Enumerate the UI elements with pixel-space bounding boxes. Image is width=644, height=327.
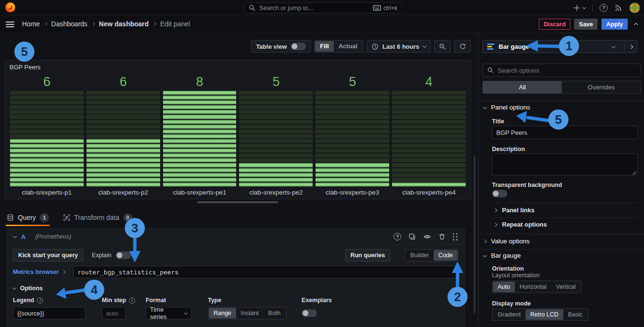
editor-mode-builder[interactable]: Builder xyxy=(405,250,434,261)
plus-icon xyxy=(573,4,580,11)
lcd-cell xyxy=(10,149,84,153)
zoom-out-button[interactable] xyxy=(434,40,451,53)
description-textarea[interactable] xyxy=(492,153,638,175)
table-view-toggle-box[interactable]: Table view xyxy=(251,40,311,53)
lcd-cell xyxy=(316,168,389,172)
options-header[interactable]: Options xyxy=(13,285,458,292)
panel-options-header[interactable]: Panel options xyxy=(483,104,530,111)
tab-all[interactable]: All xyxy=(483,81,562,93)
lcd-cell xyxy=(10,105,84,109)
orientation-vertical[interactable]: Vertical xyxy=(551,282,580,292)
top-nav: Search or jump to... ctrl+k ? xyxy=(0,0,644,15)
lcd-cell xyxy=(10,96,84,99)
view-mode-actual[interactable]: Actual xyxy=(334,41,362,52)
bar-gauge-clab-srexperts-pe4: 4clab-srexperts-pe4 xyxy=(392,75,466,197)
value-options-header[interactable]: Value options xyxy=(483,238,530,245)
save-button[interactable]: Save xyxy=(574,19,598,30)
lcd-cell xyxy=(392,183,466,186)
apply-button[interactable]: Apply xyxy=(601,19,628,30)
explain-label: Explain xyxy=(92,252,111,259)
resize-corner-icon[interactable] xyxy=(632,171,636,175)
lcd-cell xyxy=(392,144,466,148)
query-type-both[interactable]: Both xyxy=(263,308,285,318)
title-label: Title xyxy=(492,118,504,125)
lcd-cell xyxy=(10,168,84,172)
lcd-cell xyxy=(87,149,160,153)
display-mode-gradient[interactable]: Gradient xyxy=(493,309,525,320)
orientation-auto[interactable]: Auto xyxy=(493,282,515,292)
drag-handle-icon[interactable] xyxy=(453,233,458,240)
time-range-picker[interactable]: Last 6 hours xyxy=(367,40,431,53)
search-icon xyxy=(249,4,256,11)
kick-start-query-button[interactable]: Kick start your query xyxy=(13,249,83,262)
search-shortcut: ctrl+k xyxy=(373,5,397,11)
exemplars-toggle[interactable] xyxy=(302,309,317,317)
lcd-cell xyxy=(316,125,389,129)
help-icon[interactable]: ? xyxy=(600,4,608,12)
delete-query-trash-icon[interactable] xyxy=(438,233,446,240)
min-step-input[interactable] xyxy=(102,307,126,319)
hide-response-eye-icon[interactable] xyxy=(423,233,431,240)
news-icon[interactable] xyxy=(614,4,622,12)
bar-label: clab-srexperts-p2 xyxy=(87,186,160,197)
lcd-cell xyxy=(87,144,160,148)
lcd-cell xyxy=(316,139,389,143)
bgp-peers-panel[interactable]: BGP Peers 6clab-srexperts-p16clab-srexpe… xyxy=(5,60,471,199)
visualization-picker[interactable]: Bar gauge xyxy=(482,40,637,53)
panel-title-input[interactable] xyxy=(492,126,638,139)
metrics-browser-button[interactable]: Metrics browser xyxy=(13,269,69,275)
table-view-toggle[interactable] xyxy=(291,43,306,50)
display-mode-retro-lcd[interactable]: Retro LCD xyxy=(525,309,563,320)
explain-toggle[interactable] xyxy=(116,251,131,259)
display-mode-basic[interactable]: Basic xyxy=(563,309,588,320)
tab-query[interactable]: Query 1 xyxy=(6,210,50,225)
lcd-cell xyxy=(239,144,313,148)
query-type-instant[interactable]: Instant xyxy=(236,308,264,318)
lcd-cell xyxy=(392,91,466,95)
breadcrumb-item[interactable]: New dashboard xyxy=(99,20,149,28)
legend-input[interactable] xyxy=(13,307,86,319)
run-queries-button[interactable]: Run queries xyxy=(345,249,390,262)
vertical-scrollbar[interactable] xyxy=(474,155,475,313)
query-type-range[interactable]: Range xyxy=(209,308,236,318)
lcd-cell xyxy=(87,173,160,177)
lcd-cell xyxy=(163,139,237,143)
format-select[interactable]: Time series xyxy=(146,307,192,319)
global-search[interactable]: Search or jump to... ctrl+k xyxy=(244,2,402,13)
query-help-icon[interactable]: ? xyxy=(393,233,401,240)
editor-mode-code[interactable]: Code xyxy=(434,250,458,261)
bar-gauge-options-header[interactable]: Bar gauge xyxy=(483,252,521,259)
lcd-cell xyxy=(163,120,237,124)
builder-code-switch: BuilderCode xyxy=(404,249,458,262)
panel-resize-handle[interactable] xyxy=(197,201,278,203)
add-menu-button[interactable] xyxy=(573,4,586,11)
chevron-down-icon xyxy=(483,253,487,257)
discard-button[interactable]: Discard xyxy=(539,19,570,30)
collapse-options-icon[interactable] xyxy=(634,23,638,27)
collapse-query-icon[interactable] xyxy=(13,234,17,238)
bar-gauge-clab-srexperts-p1: 6clab-srexperts-p1 xyxy=(10,75,84,197)
breadcrumb-item[interactable]: Home xyxy=(22,20,40,28)
lcd-cell xyxy=(10,163,84,167)
breadcrumb-item[interactable]: Dashboards xyxy=(51,20,87,28)
repeat-options-row[interactable]: Repeat options xyxy=(494,221,547,228)
query-expression-input[interactable] xyxy=(73,266,458,278)
user-avatar[interactable] xyxy=(629,2,640,13)
tab-overrides[interactable]: Overrides xyxy=(562,81,641,93)
collapse-pane-icon[interactable] xyxy=(629,44,633,48)
lcd-cell xyxy=(316,158,389,162)
divider xyxy=(592,4,593,11)
orientation-horizontal[interactable]: Horizontal xyxy=(515,282,551,292)
search-options-input[interactable]: Search options xyxy=(482,64,641,77)
tab-transform-data[interactable]: Transform data 0 xyxy=(62,210,133,225)
lcd-cell xyxy=(316,96,389,99)
duplicate-icon[interactable] xyxy=(408,233,416,240)
view-mode-fill[interactable]: Fill xyxy=(315,41,334,52)
menu-toggle-icon[interactable] xyxy=(6,22,14,27)
transparent-background-toggle[interactable] xyxy=(492,190,507,197)
panel-links-row[interactable]: Panel links xyxy=(494,207,535,214)
grafana-logo-icon[interactable] xyxy=(5,2,15,12)
refresh-button[interactable] xyxy=(454,40,471,53)
query-ref-id: A xyxy=(21,233,25,240)
query-row-header[interactable]: A (Prometheus) ? xyxy=(7,229,464,245)
